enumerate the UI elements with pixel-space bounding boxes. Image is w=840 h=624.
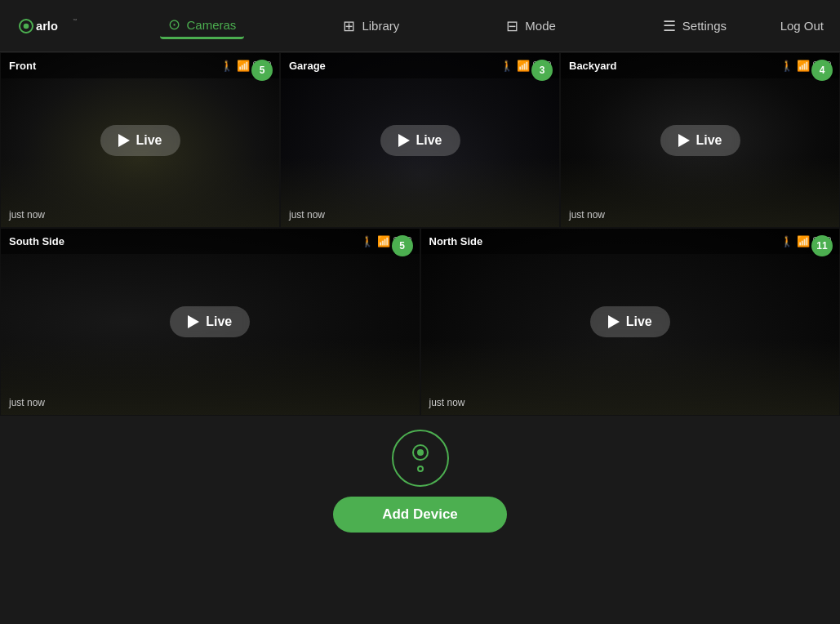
- live-button-south[interactable]: Live: [170, 306, 250, 337]
- wifi-icon-south: 📶: [377, 235, 390, 247]
- camera-name-south: South Side: [9, 235, 64, 247]
- live-button-backyard[interactable]: Live: [660, 125, 740, 156]
- notification-badge-front: 5: [251, 60, 273, 81]
- logout-button[interactable]: Log Out: [780, 19, 824, 33]
- timestamp-front: just now: [9, 209, 45, 221]
- library-label: Library: [362, 19, 399, 33]
- svg-point-1: [24, 23, 29, 29]
- svg-text:™: ™: [73, 18, 77, 23]
- live-label-backyard: Live: [696, 133, 722, 148]
- camera-row-1: Front 🚶 📶 5 Live just now Garage: [0, 52, 840, 228]
- nav-library[interactable]: ⊞ Library: [335, 14, 407, 38]
- live-button-front[interactable]: Live: [100, 125, 180, 156]
- live-label-south: Live: [206, 314, 232, 329]
- motion-icon-backyard: 🚶: [780, 60, 793, 72]
- live-label-garage: Live: [416, 133, 442, 148]
- library-icon: ⊞: [343, 17, 355, 35]
- camera-garage[interactable]: Garage 🚶 📶 3 Live just now: [280, 52, 560, 228]
- play-icon-backyard: [678, 134, 689, 147]
- wifi-icon-north: 📶: [797, 235, 810, 247]
- play-icon-north: [608, 315, 620, 328]
- camera-name-backyard: Backyard: [569, 60, 617, 72]
- logo[interactable]: arlo ™: [16, 11, 82, 41]
- camera-backyard[interactable]: Backyard 🚶 📶 4 Live just now: [560, 52, 840, 228]
- camera-south-side[interactable]: South Side 🚶 📶 5 Live just now: [0, 228, 420, 416]
- device-dot-top: [412, 444, 429, 461]
- add-device-section: Add Device: [0, 416, 840, 546]
- live-label-north: Live: [626, 314, 652, 329]
- add-device-label: Add Device: [382, 506, 458, 522]
- wifi-icon-backyard: 📶: [797, 60, 810, 72]
- wifi-icon-garage: 📶: [517, 60, 530, 72]
- notification-badge-backyard: 4: [811, 60, 833, 81]
- arlo-logo-svg: arlo ™: [16, 11, 82, 41]
- device-dot-inner: [417, 449, 424, 456]
- nav-cameras[interactable]: ⊙ Cameras: [160, 12, 245, 39]
- play-icon-south: [188, 315, 199, 328]
- timestamp-garage: just now: [289, 209, 325, 221]
- motion-icon-south: 🚶: [361, 235, 374, 247]
- camera-header-north: North Side 🚶 📶: [421, 229, 840, 254]
- camera-front[interactable]: Front 🚶 📶 5 Live just now: [0, 52, 280, 228]
- live-button-garage[interactable]: Live: [380, 125, 460, 156]
- wifi-icon: 📶: [237, 60, 250, 72]
- device-dot-bottom: [417, 466, 424, 472]
- svg-text:arlo: arlo: [36, 19, 58, 32]
- play-icon-garage: [398, 134, 409, 147]
- nav-mode[interactable]: ⊟ Mode: [498, 14, 564, 38]
- timestamp-north: just now: [429, 397, 465, 408]
- camera-header-south: South Side 🚶 📶: [1, 229, 420, 254]
- live-label-front: Live: [136, 133, 162, 148]
- settings-icon: ☰: [663, 17, 676, 35]
- mode-icon: ⊟: [506, 17, 518, 35]
- nav-settings[interactable]: ☰ Settings: [655, 14, 735, 38]
- notification-badge-north: 11: [811, 235, 833, 256]
- timestamp-backyard: just now: [569, 209, 605, 221]
- nav-items: ⊙ Cameras ⊞ Library ⊟ Mode ☰ Settings: [114, 12, 780, 39]
- add-device-icon: [392, 430, 449, 487]
- play-icon-front: [118, 134, 129, 147]
- camera-name-front: Front: [9, 60, 36, 72]
- mode-label: Mode: [525, 19, 556, 33]
- settings-label: Settings: [682, 19, 727, 33]
- camera-north-side[interactable]: North Side 🚶 📶 11 Live just now: [420, 228, 841, 416]
- camera-header-front: Front 🚶 📶: [1, 53, 279, 78]
- camera-row-2: South Side 🚶 📶 5 Live just now North Sid…: [0, 228, 840, 416]
- camera-header-backyard: Backyard 🚶 📶: [561, 53, 839, 78]
- camera-name-north: North Side: [429, 235, 483, 247]
- motion-icon-north: 🚶: [780, 235, 793, 247]
- notification-badge-south: 5: [392, 235, 413, 256]
- cameras-label: Cameras: [187, 18, 237, 32]
- camera-header-garage: Garage 🚶 📶: [281, 53, 559, 78]
- navbar: arlo ™ ⊙ Cameras ⊞ Library ⊟ Mode ☰ Sett…: [0, 0, 840, 52]
- add-device-button[interactable]: Add Device: [333, 497, 507, 533]
- motion-icon: 🚶: [220, 60, 233, 72]
- notification-badge-garage: 3: [531, 60, 553, 81]
- cameras-icon: ⊙: [168, 16, 180, 33]
- live-button-north[interactable]: Live: [590, 306, 670, 337]
- timestamp-south: just now: [9, 397, 45, 408]
- motion-icon-garage: 🚶: [500, 60, 513, 72]
- camera-name-garage: Garage: [289, 60, 326, 72]
